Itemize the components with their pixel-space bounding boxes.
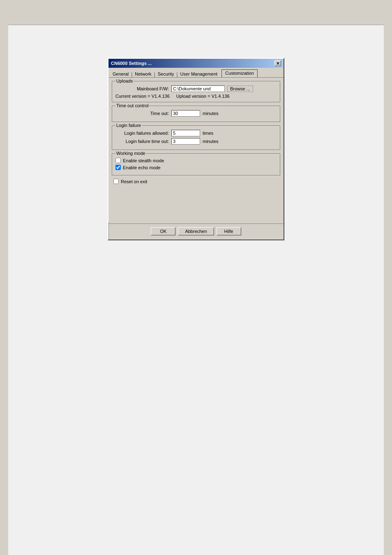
tab-customization[interactable]: Customization: [221, 69, 258, 77]
failures-allowed-input[interactable]: [171, 130, 200, 136]
failures-unit: times: [203, 131, 213, 136]
mainboard-input[interactable]: [171, 85, 225, 92]
tab-security[interactable]: Security: [155, 71, 177, 77]
failure-timeout-unit: minutes: [203, 139, 219, 144]
mainboard-label: Mainboard F/W:: [115, 86, 169, 91]
current-version-label: Current version = V1.4.136: [115, 94, 170, 99]
help-button[interactable]: Hilfe: [217, 227, 241, 235]
working-mode-section: Working mode Enable stealth mode Enable …: [112, 153, 280, 175]
timeout-row: Time out: minutes: [115, 110, 277, 117]
browse-button[interactable]: Browse ...: [227, 85, 253, 92]
failures-allowed-row: Login failures allowed: times: [115, 130, 277, 136]
echo-mode-label: Enable echo mode: [123, 165, 161, 170]
uploads-section: Uploads Mainboard F/W: Browse ... Curren…: [112, 81, 280, 102]
timeout-section: Time out control Time out: minutes: [112, 106, 280, 122]
failure-timeout-label: Login failure time out:: [115, 139, 169, 144]
login-failure-section-title: Login failure: [115, 123, 142, 128]
reset-on-exit-row: Reset on exit: [113, 179, 280, 184]
title-bar: CN6000 Settings ... ✕: [108, 59, 284, 68]
mainboard-row: Mainboard F/W: Browse ...: [115, 85, 277, 92]
reset-on-exit-checkbox[interactable]: [113, 179, 119, 184]
reset-on-exit-label: Reset on exit: [121, 179, 147, 184]
dialog-title: CN6000 Settings ...: [111, 61, 152, 66]
stealth-mode-checkbox[interactable]: [115, 158, 121, 163]
timeout-input[interactable]: [171, 110, 200, 117]
tab-general[interactable]: General: [110, 71, 131, 77]
uploads-section-title: Uploads: [115, 78, 134, 83]
cancel-button[interactable]: Abbrechen: [178, 227, 214, 235]
login-failure-section: Login failure Login failures allowed: ti…: [112, 125, 280, 150]
failure-timeout-row: Login failure time out: minutes: [115, 138, 277, 145]
stealth-mode-row: Enable stealth mode: [115, 158, 277, 163]
echo-mode-row: Enable echo mode: [115, 165, 277, 170]
ok-button[interactable]: OK: [151, 227, 175, 235]
version-row: Current version = V1.4.136 Upload versio…: [115, 94, 277, 99]
timeout-unit: minutes: [203, 111, 219, 116]
working-mode-section-title: Working mode: [115, 151, 146, 156]
stealth-mode-label: Enable stealth mode: [123, 158, 164, 163]
dialog-content: Uploads Mainboard F/W: Browse ... Curren…: [108, 78, 284, 222]
button-row: OK Abbrechen Hilfe: [108, 223, 284, 240]
upload-version-label: Upload version = V1.4.136: [176, 94, 230, 99]
failures-allowed-label: Login failures allowed:: [115, 131, 169, 136]
close-button[interactable]: ✕: [274, 60, 281, 66]
tab-network[interactable]: Network: [132, 71, 154, 77]
timeout-label: Time out:: [115, 111, 169, 116]
timeout-section-title: Time out control: [115, 103, 149, 108]
failure-timeout-input[interactable]: [171, 138, 200, 145]
tab-user-management[interactable]: User Management: [178, 71, 220, 77]
echo-mode-checkbox[interactable]: [115, 165, 121, 170]
spacer: [112, 186, 280, 219]
settings-dialog: CN6000 Settings ... ✕ General | Network …: [108, 58, 284, 240]
